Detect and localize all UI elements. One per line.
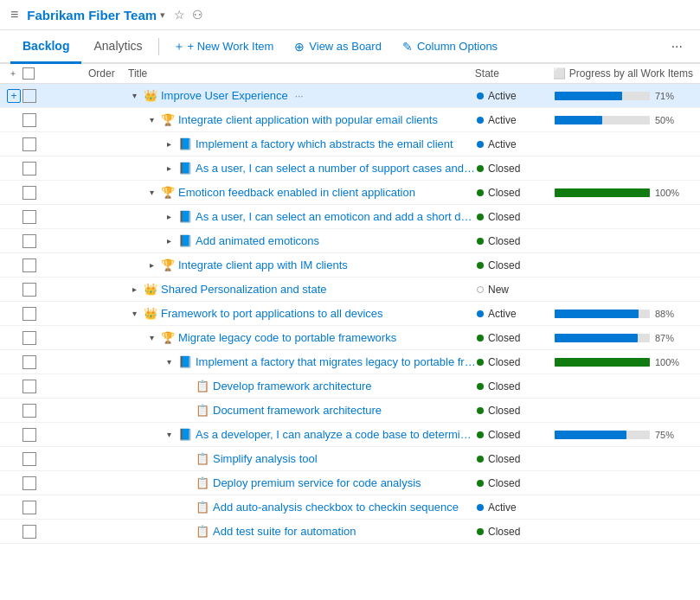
expand-chevron-icon[interactable]: ▸ (163, 211, 175, 223)
top-bar: ≡ Fabrikam Fiber Team ▾ ☆ ⚇ (0, 0, 700, 30)
row-checkbox[interactable] (22, 501, 36, 514)
expand-chevron-icon[interactable]: ▾ (128, 90, 140, 102)
team-name[interactable]: Fabrikam Fiber Team (27, 8, 157, 22)
row-controls (7, 476, 85, 490)
expand-chevron-icon[interactable] (180, 526, 192, 538)
table-row: ▸📘As a user, I can select an emoticon an… (0, 205, 700, 229)
row-progress: 71% (555, 91, 693, 101)
nav-backlog[interactable]: Backlog (10, 30, 81, 64)
item-title-text[interactable]: Framework to port applications to all de… (161, 307, 383, 320)
item-title-text[interactable]: Emoticon feedback enabled in client appl… (178, 186, 415, 199)
column-options-button[interactable]: ✎ Column Options (392, 33, 508, 61)
header-controls-col: ＋ (7, 67, 85, 80)
expand-chevron-icon[interactable]: ▾ (128, 308, 140, 320)
header-expand-icon[interactable]: ＋ (7, 67, 19, 80)
item-title-text[interactable]: Simplify analysis tool (213, 452, 318, 465)
favorite-icon[interactable]: ☆ (174, 8, 185, 22)
expand-chevron-icon[interactable]: ▸ (128, 284, 140, 296)
item-title-text[interactable]: Add auto-analysis checkbox to checkin se… (213, 501, 459, 514)
state-dot (477, 141, 484, 148)
item-title-text[interactable]: Add test suite for automation (213, 525, 356, 538)
nav-analytics[interactable]: Analytics (81, 30, 154, 64)
row-state: Closed (477, 526, 555, 538)
item-type-icon: 📘 (178, 428, 192, 441)
expand-chevron-icon[interactable]: ▾ (145, 332, 157, 344)
add-row-button[interactable]: + (7, 89, 21, 103)
state-text: Active (488, 308, 517, 320)
item-title-text[interactable]: Document framework architecture (213, 404, 382, 417)
expand-chevron-icon[interactable]: ▸ (163, 235, 175, 247)
expand-chevron-icon[interactable]: ▸ (163, 163, 175, 175)
row-ellipsis-button[interactable]: ··· (295, 90, 304, 102)
item-title-text[interactable]: As a user, I can select an emoticon and … (196, 210, 477, 223)
state-col-header: State (475, 67, 553, 80)
row-checkbox[interactable] (22, 307, 36, 321)
more-options-button[interactable]: ··· (665, 32, 690, 61)
row-checkbox[interactable] (22, 380, 36, 393)
item-title-text[interactable]: Integrate client app with IM clients (178, 259, 348, 271)
row-checkbox[interactable] (22, 404, 36, 418)
item-title-text[interactable]: Add animated emoticons (196, 234, 319, 247)
row-checkbox[interactable] (22, 283, 36, 297)
expand-chevron-icon[interactable] (180, 405, 192, 417)
hamburger-icon[interactable]: ≡ (10, 7, 18, 22)
new-work-item-button[interactable]: ＋ + New Work Item (163, 32, 285, 61)
expand-chevron-icon[interactable]: ▸ (145, 259, 157, 271)
expand-chevron-icon[interactable] (180, 453, 192, 465)
row-title: ▾👑Improve User Experience··· (128, 89, 477, 102)
row-checkbox[interactable] (22, 525, 36, 539)
table-row: 📋Document framework architectureClosed (0, 399, 700, 423)
progress-bar-track (555, 334, 650, 342)
row-progress: 87% (555, 333, 693, 343)
members-icon[interactable]: ⚇ (192, 8, 203, 22)
row-checkbox[interactable] (22, 234, 36, 248)
row-checkbox[interactable] (22, 428, 36, 442)
row-checkbox[interactable] (22, 89, 36, 103)
row-checkbox[interactable] (22, 186, 36, 200)
expand-chevron-icon[interactable]: ▾ (163, 356, 175, 368)
expand-chevron-icon[interactable] (180, 380, 192, 393)
row-state: Closed (477, 429, 555, 441)
row-title: ▾🏆Migrate legacy code to portable framew… (128, 331, 477, 344)
item-title-text[interactable]: Implement a factory which abstracts the … (196, 137, 453, 150)
expand-chevron-icon[interactable]: ▾ (163, 429, 175, 441)
item-type-icon: 📋 (196, 380, 209, 393)
expand-chevron-icon[interactable]: ▸ (163, 138, 175, 150)
item-title-text[interactable]: Integrate client application with popula… (178, 113, 438, 126)
expand-chevron-icon[interactable] (180, 501, 192, 514)
progress-bar-fill (555, 431, 626, 439)
row-checkbox[interactable] (22, 452, 36, 466)
row-checkbox[interactable] (22, 210, 36, 224)
team-chevron-icon[interactable]: ▾ (160, 10, 165, 21)
item-title-text[interactable]: Shared Personalization and state (161, 283, 327, 296)
expand-chevron-icon[interactable]: ▾ (145, 114, 157, 126)
item-title-text[interactable]: As a developer, I can analyze a code bas… (196, 428, 477, 441)
view-as-board-button[interactable]: ⊕ View as Board (284, 33, 392, 61)
row-checkbox[interactable] (22, 355, 36, 369)
row-checkbox[interactable] (22, 113, 36, 127)
header-checkbox[interactable] (22, 67, 35, 80)
item-type-icon: 👑 (144, 89, 157, 102)
row-progress: 100% (555, 357, 693, 367)
expand-chevron-icon[interactable] (180, 477, 192, 489)
item-title-text[interactable]: Implement a factory that migrates legacy… (196, 355, 477, 368)
progress-bar-fill (555, 116, 602, 124)
row-title: ▾👑Framework to port applications to all … (128, 307, 477, 320)
row-checkbox[interactable] (22, 331, 36, 345)
row-checkbox[interactable] (22, 476, 36, 490)
row-checkbox[interactable] (22, 162, 36, 176)
table-row: +▾👑Improve User Experience···Active71% (0, 84, 700, 108)
expand-chevron-icon[interactable]: ▾ (145, 187, 157, 199)
progress-bar-track (555, 358, 650, 367)
row-controls (7, 234, 85, 248)
state-text: Closed (488, 259, 520, 271)
item-title-text[interactable]: Develop framework architecture (213, 380, 372, 393)
item-title-text[interactable]: As a user, I can select a number of supp… (196, 162, 477, 175)
backlog-table: +▾👑Improve User Experience···Active71%▾🏆… (0, 84, 700, 544)
item-title-text[interactable]: Migrate legacy code to portable framewor… (178, 331, 396, 344)
item-title-text[interactable]: Deploy premium service for code analysis (213, 476, 421, 489)
row-checkbox[interactable] (22, 259, 36, 272)
row-state: Closed (477, 356, 555, 368)
row-checkbox[interactable] (22, 137, 36, 151)
item-title-text[interactable]: Improve User Experience (161, 89, 288, 102)
